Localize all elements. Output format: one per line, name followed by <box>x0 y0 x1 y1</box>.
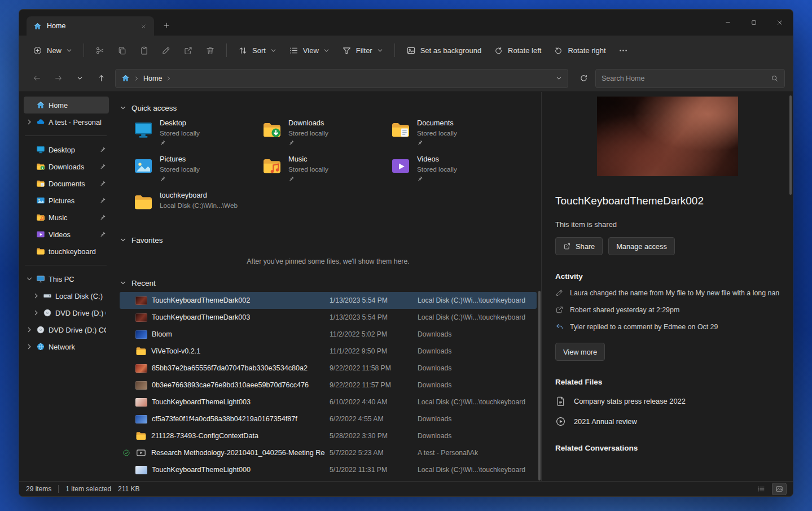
delete-button[interactable] <box>200 40 221 60</box>
tab-home[interactable]: Home <box>27 16 154 36</box>
folder-icon <box>135 430 147 442</box>
new-button[interactable]: New <box>27 40 78 60</box>
file-row[interactable]: cf5a73fe0f1f4a0cd58a38b04219a0167354f87f… <box>120 410 537 427</box>
quick-access-tile-music[interactable]: Music Stored locally <box>262 155 390 187</box>
sidebar-item-documents[interactable]: Documents <box>24 175 109 192</box>
sidebar-item-home[interactable]: Home <box>24 97 109 113</box>
related-file-item[interactable]: 2021 Annual review <box>555 416 779 427</box>
related-file-name: 2021 Annual review <box>574 417 637 426</box>
sidebar-item-this-pc[interactable]: This PC <box>24 270 109 287</box>
file-date: 6/10/2022 4:40 AM <box>330 398 413 406</box>
sidebar-item-dvd-drive[interactable]: DVD Drive (D:) CCC <box>24 321 109 338</box>
details-scrollbar[interactable] <box>789 95 792 195</box>
new-tab-button[interactable] <box>158 17 175 34</box>
this-pc-icon <box>36 274 45 283</box>
file-location: Local Disk (C:)\Wi...\touchkeyboard <box>418 398 532 406</box>
file-name: 0b3ee7663893cae76e9bd310aee59b70d76cc476 <box>152 381 325 389</box>
large-thumbnails-toggle[interactable] <box>773 483 786 495</box>
details-share-button[interactable]: Share <box>555 237 603 255</box>
details-view-toggle[interactable] <box>754 483 768 495</box>
minimize-button[interactable] <box>715 10 741 36</box>
quick-access-tile-videos[interactable]: Videos Stored locally <box>390 155 519 187</box>
up-button[interactable] <box>91 69 111 88</box>
paste-button[interactable] <box>134 40 155 60</box>
recent-locations-button[interactable] <box>70 69 89 88</box>
file-row[interactable]: TouchKeyboardThemeLight003 6/10/2022 4:4… <box>120 394 537 410</box>
copy-button[interactable] <box>112 40 133 60</box>
close-button[interactable] <box>767 10 793 36</box>
search-input[interactable] <box>602 75 766 82</box>
related-file-item[interactable]: Company stats press release 2022 <box>555 396 779 407</box>
quick-access-header[interactable]: Quick access <box>120 100 537 116</box>
sidebar-item-desktop[interactable]: Desktop <box>24 141 109 158</box>
main-scrollbar[interactable] <box>538 291 541 481</box>
sidebar-item-local-disk-c[interactable]: Local Disk (C:) <box>30 287 109 304</box>
more-options-button[interactable] <box>613 40 634 60</box>
share-button[interactable] <box>178 40 199 60</box>
activity-entry[interactable]: Tyler replied to a comment by Edmee on O… <box>555 322 779 331</box>
maximize-button[interactable] <box>741 10 767 36</box>
quick-access-tile-documents[interactable]: Documents Stored locally <box>390 119 519 151</box>
file-row[interactable]: Research Methodology-20210401_040256-Mee… <box>120 444 537 461</box>
address-dropdown-chevron-icon[interactable] <box>556 75 562 81</box>
quick-access-tile-desktop[interactable]: Desktop Stored locally <box>133 119 262 151</box>
view-more-button[interactable]: View more <box>555 343 605 361</box>
chevron-right-icon[interactable] <box>26 343 33 350</box>
back-button[interactable] <box>27 69 46 88</box>
chevron-right-icon[interactable] <box>33 309 39 316</box>
chevron-right-icon[interactable] <box>26 119 33 125</box>
address-breadcrumb-bar[interactable]: Home <box>115 69 568 88</box>
file-row[interactable]: ViVeTool-v0.2.1 11/1/2022 9:50 PM Downlo… <box>120 343 537 360</box>
breadcrumb-home[interactable]: Home <box>143 75 162 82</box>
sidebar-item-onedrive[interactable]: A test - Personal <box>24 113 109 130</box>
set-as-background-button[interactable]: Set as background <box>401 40 487 60</box>
chevron-right-icon[interactable] <box>26 326 33 333</box>
sidebar-item-touchkeyboard[interactable]: touchkeyboard <box>24 243 109 260</box>
quick-access-tile-pictures[interactable]: Pictures Stored locally <box>133 155 262 187</box>
rotate-left-button[interactable]: Rotate left <box>488 40 547 60</box>
tile-subtitle: Local Disk (C:)\Win...\Web <box>160 202 238 209</box>
cut-button[interactable] <box>90 40 111 60</box>
chevron-down-icon[interactable] <box>26 276 33 282</box>
sidebar-item-pictures[interactable]: Pictures <box>24 192 109 209</box>
chevron-slot <box>26 163 33 170</box>
view-button[interactable]: View <box>283 40 335 60</box>
file-row[interactable]: 85bb37e2ba65556f7da07047bab330e3534c80a2… <box>120 360 537 377</box>
refresh-button[interactable] <box>574 69 593 88</box>
activity-entry[interactable]: Robert shared yesterday at 2:29pm <box>555 305 779 315</box>
rotate-right-button[interactable]: Rotate right <box>548 40 611 60</box>
chevron-right-icon[interactable] <box>33 292 39 299</box>
sidebar-separator <box>25 136 107 136</box>
sidebar-item-music[interactable]: Music <box>24 209 109 226</box>
forward-button[interactable] <box>49 69 68 88</box>
file-date: 5/28/2022 3:30 PM <box>330 432 413 440</box>
file-row[interactable]: TouchKeyboardThemeDark002 1/13/2023 5:54… <box>120 292 537 309</box>
quick-access-tile-downloads[interactable]: Downloads Stored locally <box>262 119 390 151</box>
recent-header[interactable]: Recent <box>120 275 537 291</box>
sidebar-item-dvd-drive-d[interactable]: DVD Drive (D:) CC <box>30 304 109 321</box>
filter-button[interactable]: Filter <box>336 40 389 60</box>
tile-name: Music <box>288 155 328 164</box>
tab-close-button[interactable] <box>137 20 150 32</box>
rename-button[interactable] <box>156 40 177 60</box>
search-icon[interactable] <box>771 75 779 82</box>
sort-button[interactable]: Sort <box>232 40 282 60</box>
manage-access-button[interactable]: Manage access <box>608 237 675 255</box>
sidebar-item-videos[interactable]: Videos <box>24 226 109 243</box>
sidebar-item-label: touchkeyboard <box>49 247 106 256</box>
file-row[interactable]: 0b3ee7663893cae76e9bd310aee59b70d76cc476… <box>120 377 537 394</box>
quick-access-tile-touchkeyboard[interactable]: touchkeyboard Local Disk (C:)\Win...\Web <box>133 191 262 223</box>
file-location: Downloads <box>418 432 532 440</box>
activity-entry[interactable]: Laura changed the name from My file to M… <box>555 289 779 298</box>
sidebar-item-downloads[interactable]: Downloads <box>24 158 109 175</box>
file-row[interactable]: Bloom 11/2/2022 5:02 PM Downloads <box>120 326 537 343</box>
file-row[interactable]: TouchKeyboardThemeLight000 5/1/2022 11:3… <box>120 461 537 478</box>
share-icon <box>563 242 571 250</box>
sidebar-item-network[interactable]: Network <box>24 338 109 355</box>
file-row-partial[interactable] <box>120 478 537 481</box>
desktop-icon <box>36 145 45 154</box>
file-row[interactable]: TouchKeyboardThemeDark003 1/13/2023 5:54… <box>120 309 537 326</box>
back-arrow-icon <box>33 74 41 82</box>
file-row[interactable]: 211128-73493-ConfigContextData 5/28/2022… <box>120 427 537 444</box>
favorites-header[interactable]: Favorites <box>120 232 537 248</box>
